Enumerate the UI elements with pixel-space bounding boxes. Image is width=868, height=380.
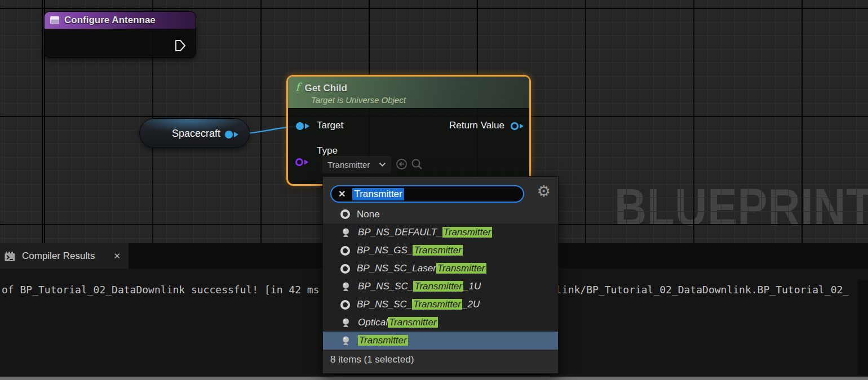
object-output-pin[interactable] — [224, 130, 240, 140]
blueprint-editor: BLUEPRINT Configure Antennae Spacecraft — [0, 0, 868, 380]
pawn-class-icon — [340, 336, 351, 346]
collapsed-graph-icon — [50, 16, 59, 24]
class-picker-dropdown: ✕ Transmitter ⚙ None BP_NS_DEFAULT_Trans… — [322, 176, 559, 374]
option-label: BP_NS_GS_Transmitter — [357, 245, 463, 256]
object-ring-icon — [340, 300, 350, 310]
search-input-value[interactable]: Transmitter — [352, 188, 404, 200]
class-option-list: BP_NS_DEFAULT_Transmitter BP_NS_GS_Trans… — [323, 223, 558, 350]
use-selected-asset-icon[interactable] — [396, 158, 408, 170]
type-dropdown[interactable]: Transmitter — [322, 156, 391, 173]
type-pin-label: Type — [317, 145, 338, 157]
vertical-scrollbar[interactable] — [857, 280, 868, 375]
close-icon[interactable]: ✕ — [113, 251, 121, 261]
node-configure-antennae[interactable]: Configure Antennae — [44, 11, 196, 58]
compiler-log-icon — [3, 250, 16, 262]
exec-output-pin[interactable] — [174, 39, 187, 52]
node-spacecraft-getter[interactable]: Spacecraft — [139, 118, 250, 148]
pawn-class-icon — [340, 318, 351, 328]
browse-search-icon[interactable] — [411, 158, 423, 171]
chevron-down-icon — [379, 162, 386, 167]
option-label: Transmitter — [358, 335, 408, 346]
tab-label: Compiler Results — [22, 251, 95, 262]
node-title: Get Child — [304, 83, 347, 94]
class-option[interactable]: BP_NS_SC_LaserTransmitter — [323, 260, 558, 278]
node-subtitle: Target is Universe Object — [311, 95, 522, 105]
object-ring-icon — [340, 264, 350, 274]
return-value-label: Return Value — [449, 120, 504, 131]
node-header: Configure Antennae — [45, 12, 196, 29]
option-label: None — [357, 209, 380, 220]
pawn-class-icon — [340, 281, 351, 292]
target-input-pin[interactable] — [295, 122, 311, 131]
compiler-log-line-left: of BP_Tutorial_02_DataDownlink successfu… — [2, 284, 320, 296]
function-icon: f — [295, 81, 299, 94]
class-option-none[interactable]: None — [323, 205, 558, 223]
variable-name: Spacecraft — [172, 128, 220, 140]
return-value-output-pin[interactable] — [510, 122, 525, 131]
class-option-selected[interactable]: Transmitter — [323, 332, 558, 350]
node-header: f Get Child Target is Universe Object — [288, 77, 529, 109]
picker-status-text: 8 items (1 selected) — [323, 350, 558, 365]
target-pin-label: Target — [317, 120, 343, 131]
option-label: BP_NS_SC_Transmitter_1U — [358, 281, 481, 292]
class-input-pin[interactable] — [294, 158, 310, 167]
horizontal-scrollbar[interactable] — [0, 377, 868, 380]
compiler-log-line-right: link/BP_Tutorial_02_DataDownlink.BP_Tuto… — [556, 284, 849, 296]
clear-search-icon[interactable]: ✕ — [338, 189, 346, 199]
type-dropdown-value: Transmitter — [327, 160, 370, 169]
search-input[interactable]: ✕ Transmitter — [330, 185, 524, 203]
option-label: BP_NS_DEFAULT_Transmitter — [358, 227, 492, 238]
class-option[interactable]: BP_NS_SC_Transmitter_2U — [323, 296, 558, 314]
class-option[interactable]: BP_NS_GS_Transmitter — [323, 242, 558, 260]
node-title: Configure Antennae — [64, 15, 156, 26]
tab-compiler-results[interactable]: Compiler Results ✕ — [0, 243, 129, 269]
node-get-child[interactable]: f Get Child Target is Universe Object Ta… — [286, 75, 531, 186]
class-option[interactable]: OpticalTransmitter — [323, 314, 558, 332]
search-row: ✕ Transmitter ⚙ — [323, 177, 558, 205]
option-label: BP_NS_SC_LaserTransmitter — [357, 263, 486, 274]
option-label: OpticalTransmitter — [358, 317, 438, 328]
object-ring-icon — [340, 246, 350, 256]
gear-icon[interactable]: ⚙ — [537, 182, 551, 200]
pawn-class-icon — [340, 227, 351, 238]
class-option[interactable]: BP_NS_SC_Transmitter_1U — [323, 278, 558, 296]
option-label: BP_NS_SC_Transmitter_2U — [357, 299, 480, 310]
class-option[interactable]: BP_NS_DEFAULT_Transmitter — [323, 223, 558, 242]
object-ring-icon — [340, 209, 350, 219]
